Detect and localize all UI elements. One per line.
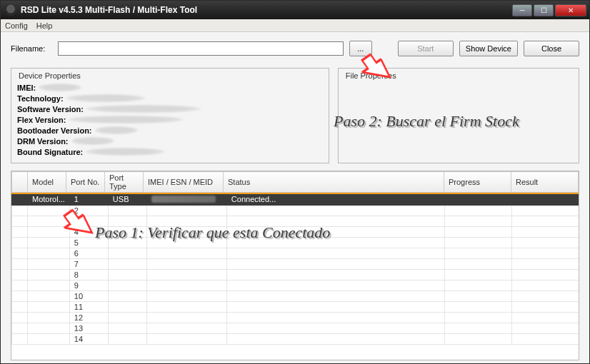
col-imei[interactable]: IMEI / ESN / MEID — [144, 172, 224, 193]
device-table: Model Port No. Port Type IMEI / ESN / ME… — [11, 171, 579, 360]
col-model[interactable]: Model — [28, 172, 66, 193]
col-port-type[interactable]: Port Type — [105, 172, 144, 193]
filename-input[interactable] — [58, 41, 344, 56]
table-row[interactable]: 11 — [12, 301, 579, 312]
col-result[interactable]: Result — [511, 172, 579, 193]
prop-drm-label: DRM Version: — [17, 137, 69, 146]
cell-port-no: 14 — [69, 333, 108, 344]
cell-port-no: 4 — [69, 226, 108, 237]
prop-bootloader-label: Bootloader Version: — [17, 126, 92, 135]
cell-port-no: 6 — [69, 248, 108, 258]
col-index[interactable] — [12, 172, 28, 193]
cell-imei — [146, 194, 226, 205]
prop-imei-label: IMEI: — [17, 84, 36, 92]
titlebar: RSD Lite v4.5.3 Multi-Flash / Multi-Flex… — [1, 1, 589, 19]
table-row[interactable]: 9 — [12, 280, 579, 290]
prop-technology-value — [66, 94, 145, 102]
file-properties-legend: File Properties — [344, 71, 573, 80]
prop-technology-label: Technology: — [17, 94, 64, 103]
table-row[interactable]: 5 — [12, 237, 579, 248]
cell-port-no: 3 — [69, 216, 108, 226]
cell-port-no: 13 — [69, 323, 108, 333]
cell-port-no: 2 — [69, 205, 108, 216]
filename-label: Filename: — [11, 44, 52, 53]
cell-port-no: 1 — [69, 194, 108, 205]
prop-drm-value — [71, 137, 114, 145]
table-row[interactable]: 7 — [12, 258, 579, 269]
table-row[interactable]: 14 — [12, 333, 579, 344]
cell-port-type: USB — [108, 194, 146, 205]
col-status[interactable]: Status — [224, 172, 444, 193]
start-button[interactable]: Start — [398, 41, 454, 56]
prop-software-label: Software Version: — [17, 105, 84, 113]
prop-software-value — [86, 105, 201, 113]
prop-bound-label: Bound Signature: — [17, 148, 83, 156]
cell-port-no: 5 — [69, 237, 108, 248]
col-port-no[interactable]: Port No. — [66, 172, 105, 193]
cell-port-no: 9 — [69, 280, 108, 290]
table-row[interactable]: Motorol... 1 USB Connected... — [12, 194, 579, 205]
cell-port-no: 8 — [69, 269, 108, 280]
prop-flex-value — [69, 116, 183, 123]
menu-config[interactable]: Config — [5, 21, 28, 30]
show-device-button[interactable]: Show Device — [459, 41, 518, 56]
cell-port-no: 7 — [69, 258, 108, 269]
prop-bootloader-value — [95, 126, 138, 134]
table-row[interactable]: 13 — [12, 323, 579, 333]
menu-help[interactable]: Help — [36, 21, 53, 30]
table-row[interactable]: 4 — [12, 226, 579, 237]
window-title: RSD Lite v4.5.3 Multi-Flash / Multi-Flex… — [21, 5, 512, 15]
browse-button[interactable]: ... — [349, 41, 372, 56]
table-row[interactable]: 3 — [12, 216, 579, 226]
maximize-button[interactable]: ☐ — [534, 4, 554, 16]
cell-port-no: 11 — [69, 301, 108, 312]
table-row[interactable]: 8 — [12, 269, 579, 280]
close-window-button[interactable]: ✕ — [555, 4, 586, 16]
prop-bound-value — [86, 148, 164, 156]
col-progress[interactable]: Progress — [444, 172, 511, 193]
minimize-button[interactable]: ─ — [512, 4, 532, 16]
cell-model: Motorol... — [28, 194, 70, 205]
table-row[interactable]: 2 — [12, 205, 579, 216]
cell-port-no: 12 — [69, 312, 108, 323]
device-properties-legend: Device Properties — [17, 71, 323, 80]
close-button[interactable]: Close — [524, 41, 579, 56]
table-row[interactable]: 10 — [12, 290, 579, 301]
menubar: Config Help — [1, 19, 589, 32]
cell-status: Connected... — [226, 194, 444, 205]
device-properties-panel: Device Properties IMEI: Technology: Soft… — [11, 68, 329, 163]
prop-imei-value — [39, 84, 81, 91]
table-row[interactable]: 12 — [12, 312, 579, 323]
app-icon — [5, 4, 16, 16]
table-row[interactable]: 6 — [12, 248, 579, 258]
prop-flex-label: Flex Version: — [17, 116, 66, 124]
file-properties-panel: File Properties — [338, 68, 579, 163]
cell-port-no: 10 — [69, 290, 108, 301]
